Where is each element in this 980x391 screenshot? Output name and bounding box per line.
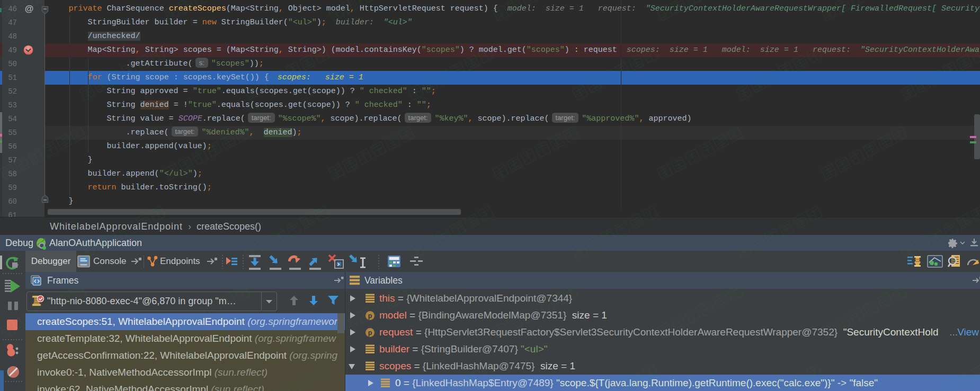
svg-text:p: p bbox=[368, 312, 372, 320]
svg-text:p: p bbox=[368, 329, 372, 337]
